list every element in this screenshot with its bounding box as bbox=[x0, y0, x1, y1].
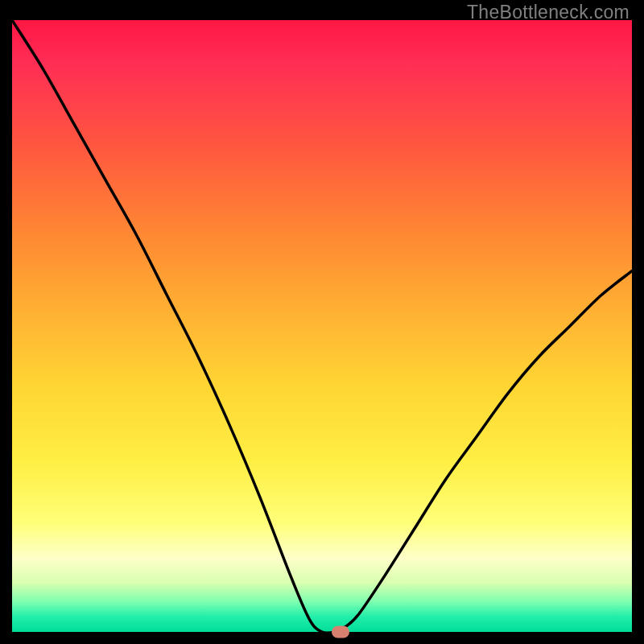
chart-plot-area bbox=[12, 20, 632, 632]
bottleneck-curve bbox=[12, 20, 632, 632]
watermark-text: TheBottleneck.com bbox=[467, 2, 630, 23]
minimum-marker bbox=[332, 626, 349, 638]
